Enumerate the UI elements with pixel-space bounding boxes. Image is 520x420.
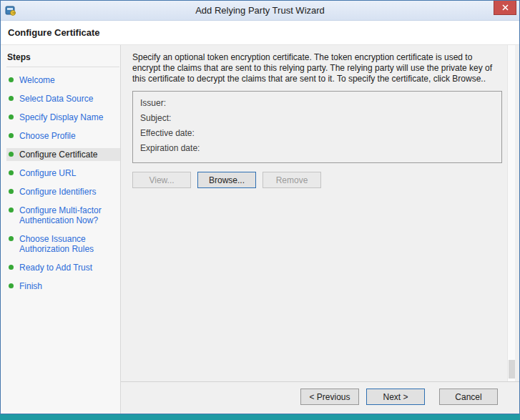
main-content: Specify an optional token encryption cer… <box>121 45 519 414</box>
step-bullet-icon <box>9 236 14 241</box>
browse-button[interactable]: Browse... <box>197 172 256 188</box>
cert-field-effective-date: Effective date: <box>140 128 494 143</box>
page-header: Configure Certificate <box>1 21 519 45</box>
step-label: Finish <box>19 281 42 291</box>
titlebar[interactable]: Add Relying Party Trust Wizard <box>1 1 519 21</box>
step-label: Configure Certificate <box>19 150 97 160</box>
step-bullet-icon <box>9 133 14 138</box>
cancel-button[interactable]: Cancel <box>439 389 498 405</box>
step-label: Choose Issuance Authorization Rules <box>19 234 117 254</box>
step-bullet-icon <box>9 96 14 101</box>
cert-field-expiration-date: Expiration date: <box>140 143 494 158</box>
wizard-window: Add Relying Party Trust Wizard Configure… <box>0 0 520 414</box>
step-label: Choose Profile <box>19 131 76 141</box>
next-button[interactable]: Next > <box>366 389 425 405</box>
cert-field-issuer: Issuer: <box>140 98 494 113</box>
step-label: Ready to Add Trust <box>19 263 92 273</box>
step-label: Configure Identifiers <box>19 187 96 197</box>
certificate-summary-box: Issuer: Subject: Effective date: Expirat… <box>132 91 502 163</box>
close-button[interactable] <box>494 1 516 15</box>
step-label: Configure Multi-factor Authentication No… <box>19 205 117 225</box>
step-item-configure-identifiers[interactable]: Configure Identifiers <box>6 185 120 198</box>
scrollbar-track[interactable] <box>507 45 515 381</box>
step-label: Specify Display Name <box>19 112 103 122</box>
step-bullet-icon <box>9 170 14 175</box>
step-bullet-icon <box>9 283 14 288</box>
previous-button[interactable]: < Previous <box>300 389 359 405</box>
step-item-configure-url[interactable]: Configure URL <box>6 167 120 180</box>
step-label: Configure URL <box>19 168 76 178</box>
step-item-choose-issuance-rules[interactable]: Choose Issuance Authorization Rules <box>6 233 120 255</box>
step-bullet-icon <box>9 207 14 213</box>
certificate-buttons: View... Browse... Remove <box>132 172 502 188</box>
step-label: Select Data Source <box>19 94 93 104</box>
cert-field-subject: Subject: <box>140 113 494 128</box>
step-item-select-data-source[interactable]: Select Data Source <box>6 92 120 105</box>
steps-list: Welcome Select Data Source Specify Displ… <box>6 74 120 293</box>
steps-sidebar: Steps Welcome Select Data Source Specify… <box>1 45 121 414</box>
step-label: Welcome <box>19 75 55 85</box>
step-item-welcome[interactable]: Welcome <box>6 74 120 87</box>
steps-heading: Steps <box>6 51 119 67</box>
wizard-body: Steps Welcome Select Data Source Specify… <box>1 45 519 414</box>
step-item-choose-profile[interactable]: Choose Profile <box>6 130 120 142</box>
scrollbar-thumb[interactable] <box>509 360 515 379</box>
close-icon <box>502 4 509 11</box>
wizard-icon <box>5 5 16 16</box>
step-bullet-icon <box>9 189 14 194</box>
step-item-configure-certificate[interactable]: Configure Certificate <box>6 148 120 161</box>
step-item-configure-mfa[interactable]: Configure Multi-factor Authentication No… <box>6 204 120 227</box>
step-bullet-icon <box>9 152 14 157</box>
step-bullet-icon <box>9 114 14 119</box>
instruction-text: Specify an optional token encryption cer… <box>132 52 502 84</box>
step-item-finish[interactable]: Finish <box>6 280 120 293</box>
step-bullet-icon <box>9 265 14 270</box>
step-item-specify-display-name[interactable]: Specify Display Name <box>6 111 120 124</box>
view-button[interactable]: View... <box>132 172 191 188</box>
wizard-footer: < Previous Next > Cancel <box>121 381 519 414</box>
step-bullet-icon <box>9 77 14 82</box>
window-title: Add Relying Party Trust Wizard <box>1 5 519 16</box>
page-title: Configure Certificate <box>8 27 100 38</box>
remove-button[interactable]: Remove <box>263 172 321 188</box>
step-item-ready-to-add-trust[interactable]: Ready to Add Trust <box>6 261 120 274</box>
